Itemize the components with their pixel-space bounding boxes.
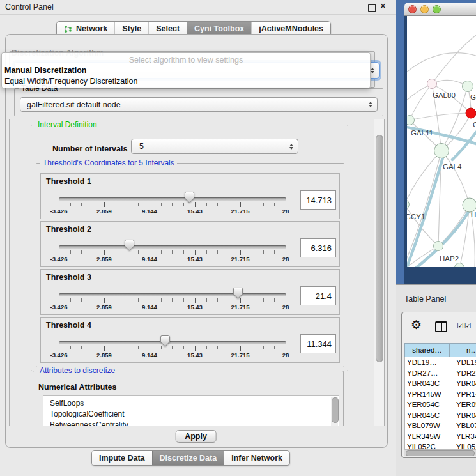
combo-stepper-icon [289, 144, 293, 150]
tick-label: 21.715 [231, 303, 249, 311]
tab-infer-network[interactable]: Infer Network [224, 451, 289, 465]
slider-thumb[interactable] [185, 192, 194, 203]
tab-discretize-data[interactable]: Discretize Data [152, 451, 224, 465]
threshold-value-field[interactable]: 11.344 [300, 334, 336, 353]
thresholds-group: Threshold's Coordinates for 5 Intervals … [36, 163, 344, 367]
table-row[interactable]: YBR043CYBR04 [405, 378, 476, 389]
list-item[interactable]: TopologicalCoefficient [50, 410, 125, 418]
tick-label: 28 [282, 208, 289, 215]
table-row[interactable]: YPR145WYPR14 [405, 389, 476, 400]
tick-label: 2.859 [96, 303, 112, 311]
apply-button[interactable]: Apply [175, 430, 217, 443]
slider-thumb[interactable] [160, 335, 170, 347]
attributes-group: Attributes to discretize Numerical Attri… [33, 371, 344, 427]
node-label: GAL4 [443, 163, 462, 171]
threshold-label: Threshold 1 [46, 177, 91, 186]
tick-label: 9.144 [142, 351, 157, 358]
desktop-background: GAL80 GAL11 GAL4 GCY1 HAP2 G C H [396, 0, 476, 284]
slider-track[interactable] [59, 293, 286, 296]
tick-label: 9.144 [142, 303, 157, 311]
node-label-partial: H [471, 211, 476, 219]
threshold-3-panel: Threshold 3 -3.426 2.859 9.144 15.43 21.… [40, 269, 340, 315]
tick-label: 15.43 [187, 208, 203, 215]
node-label: GCY1 [407, 213, 425, 220]
numerical-attributes-label: Numerical Attributes [38, 383, 116, 392]
thresholds-group-label: Threshold's Coordinates for 5 Intervals [40, 158, 177, 167]
apply-row: Apply [6, 426, 386, 447]
tick-label: 9.144 [142, 256, 157, 263]
tick-label: 2.859 [96, 208, 112, 215]
table-row[interactable]: YER054CYER05 [405, 399, 476, 410]
list-item[interactable]: SelfLoops [50, 399, 84, 408]
threshold-value-field[interactable]: 21.4 [300, 286, 336, 305]
slider-track[interactable] [59, 341, 286, 344]
table-row[interactable]: YBL079WYBL07 [405, 420, 476, 431]
node-label: GAL11 [411, 129, 433, 137]
checkbox-filter-icon[interactable]: ☑☑ [457, 321, 472, 330]
gear-icon[interactable]: ⚙ [411, 318, 422, 332]
table-panel-region: Table Panel ⚙ ☑☑ shared… n… YDL19…YDL19 … [396, 284, 476, 476]
slider-track[interactable] [59, 245, 286, 249]
node-gal11 [407, 116, 415, 125]
tick-label: 21.715 [231, 351, 249, 358]
table-panel: ⚙ ☑☑ shared… n… YDL19…YDL19 YDR27…YDR27 … [401, 312, 476, 458]
split-columns-icon[interactable] [435, 321, 447, 332]
slider-thumb[interactable] [233, 288, 243, 299]
threshold-label: Threshold 3 [46, 273, 91, 282]
close-icon[interactable]: ✕ [380, 1, 387, 11]
number-of-intervals-combobox[interactable]: 5 [131, 139, 298, 154]
slider-track[interactable] [59, 197, 286, 201]
settings-scrollpane: Interval Definition Number of Intervals … [9, 119, 385, 427]
menu-item-manual-discretization[interactable]: Manual Discretization [4, 66, 87, 75]
slider-major-ticks [59, 202, 287, 207]
node-bottom [455, 263, 464, 268]
table-data-group: Table Data galFiltered.sif default node [14, 88, 383, 116]
node-gal4 [434, 144, 449, 158]
screen: Control Panel ✕ Network Style Select Cyn… [0, 0, 476, 476]
close-traffic-light-icon[interactable] [408, 5, 417, 13]
tick-label: 2.859 [96, 256, 112, 263]
settings-scrollbar[interactable] [374, 119, 384, 426]
table-horizontal-scrollbar[interactable] [404, 449, 476, 456]
table-data-combobox[interactable]: galFiltered.sif default node [20, 97, 378, 112]
threshold-label: Threshold 4 [46, 321, 91, 330]
threshold-value-field[interactable]: 6.316 [300, 238, 336, 257]
threshold-label: Threshold 2 [46, 225, 91, 234]
float-window-icon[interactable] [368, 4, 376, 12]
table-row[interactable]: YLR345WYLR34 [405, 431, 476, 442]
bottom-tab-bar: Impute Data Discretize Data Infer Networ… [91, 450, 290, 466]
tick-label: 15.43 [187, 351, 203, 358]
tick-label: 15.43 [187, 303, 203, 311]
table-row[interactable]: YIL052CYIL05 [405, 441, 476, 449]
combo-stepper-icon [371, 68, 374, 73]
table-row[interactable]: YBR045CYBR04 [405, 410, 476, 421]
slider-major-ticks [59, 250, 287, 255]
node-label: HAP2 [440, 255, 459, 263]
node-label: GAL80 [433, 91, 456, 99]
column-header-name[interactable]: n… [450, 343, 476, 357]
tick-label: 9.144 [142, 208, 157, 215]
interval-definition-label: Interval Definition [35, 120, 100, 129]
slider-thumb[interactable] [125, 240, 134, 251]
tab-impute-data[interactable]: Impute Data [92, 451, 152, 465]
zoom-traffic-light-icon[interactable] [433, 5, 441, 13]
table-row[interactable]: YDL19…YDL19 [405, 357, 476, 368]
list-scrollbar[interactable] [331, 397, 338, 427]
table-row[interactable]: YDR27…YDR27 [405, 368, 476, 379]
tick-label: -3.426 [50, 208, 68, 215]
minimize-traffic-light-icon[interactable] [420, 5, 429, 13]
menu-item-equal-width-frequency[interactable]: Equal Width/Frequency Discretization [4, 77, 137, 86]
node-green-right [463, 198, 476, 212]
scrollbar-thumb[interactable] [376, 135, 383, 362]
column-header-shared-name[interactable]: shared… [404, 343, 450, 357]
table-body: YDL19…YDL19 YDR27…YDR27 YBR043CYBR04 YPR… [404, 357, 476, 449]
tab-label: Network [76, 24, 107, 33]
slider-major-ticks [59, 298, 287, 303]
numerical-attributes-list: SelfLoops TopologicalCoefficient Between… [43, 395, 339, 427]
node-label-partial: G [470, 93, 476, 101]
network-canvas[interactable]: GAL80 GAL11 GAL4 GCY1 HAP2 G C H [407, 16, 476, 267]
interval-definition-group: Interval Definition Number of Intervals … [31, 125, 348, 371]
threshold-value-field[interactable]: 14.713 [300, 190, 336, 210]
scrollbar-thumb[interactable] [406, 450, 475, 456]
network-window-titlebar [404, 3, 476, 16]
